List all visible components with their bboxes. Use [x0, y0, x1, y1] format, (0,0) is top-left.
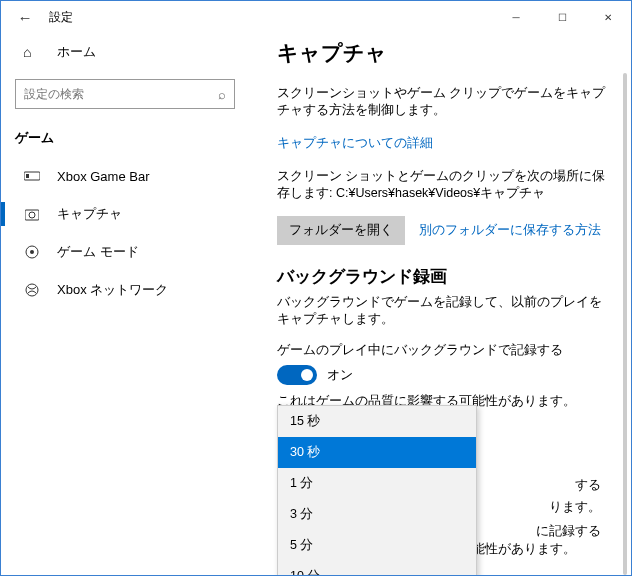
game-bar-icon	[23, 170, 41, 182]
svg-point-3	[29, 212, 35, 218]
nav-label: Xbox ネットワーク	[57, 281, 168, 299]
window-title: 設定	[49, 9, 73, 26]
nav-home[interactable]: ⌂ ホーム	[1, 33, 249, 71]
learn-more-link[interactable]: キャプチャについての詳細	[277, 136, 433, 150]
xbox-icon	[23, 283, 41, 297]
search-input[interactable]	[24, 87, 218, 101]
bg-toggle-label: ゲームのプレイ中にバックグラウンドで記録する	[277, 342, 607, 359]
home-icon: ⌂	[23, 44, 41, 60]
nav-xbox-network[interactable]: Xbox ネットワーク	[1, 271, 249, 309]
search-icon: ⌕	[218, 87, 226, 102]
duration-dropdown[interactable]: 15 秒 30 秒 1 分 3 分 5 分 10 分	[277, 405, 477, 575]
game-mode-icon	[23, 245, 41, 259]
obscured-text: する	[575, 477, 601, 494]
dropdown-option[interactable]: 30 秒	[278, 437, 476, 468]
svg-point-5	[30, 250, 34, 254]
nav-home-label: ホーム	[57, 43, 96, 61]
svg-rect-1	[26, 174, 29, 178]
obscured-text: に記録する	[536, 523, 601, 540]
nav-label: ゲーム モード	[57, 243, 139, 261]
page-heading: キャプチャ	[277, 39, 607, 67]
svg-point-6	[26, 284, 38, 296]
dropdown-option[interactable]: 5 分	[278, 530, 476, 561]
obscured-text: ります。	[549, 499, 601, 516]
bg-heading: バックグラウンド録画	[277, 265, 607, 288]
sidebar: ⌂ ホーム ⌕ ゲーム Xbox Game Bar キャプチャ ゲーム モード …	[1, 33, 249, 575]
save-other-link[interactable]: 別のフォルダーに保存する方法	[419, 222, 601, 239]
dropdown-option[interactable]: 10 分	[278, 561, 476, 575]
dropdown-option[interactable]: 1 分	[278, 468, 476, 499]
scrollbar[interactable]	[623, 73, 627, 575]
toggle-state: オン	[327, 367, 353, 384]
minimize-button[interactable]: ─	[493, 1, 539, 33]
nav-captures[interactable]: キャプチャ	[1, 195, 249, 233]
nav-game-mode[interactable]: ゲーム モード	[1, 233, 249, 271]
nav-label: キャプチャ	[57, 205, 122, 223]
dropdown-option[interactable]: 3 分	[278, 499, 476, 530]
search-box[interactable]: ⌕	[15, 79, 235, 109]
bg-desc: バックグラウンドでゲームを記録して、以前のプレイをキャプチャします。	[277, 294, 607, 328]
intro-text: スクリーンショットやゲーム クリップでゲームをキャプチャする方法を制御します。	[277, 85, 607, 119]
nav-label: Xbox Game Bar	[57, 169, 150, 184]
nav-category: ゲーム	[1, 123, 249, 157]
back-button[interactable]: ←	[11, 3, 39, 31]
save-location-text: スクリーン ショットとゲームのクリップを次の場所に保存します: C:¥Users…	[277, 168, 607, 202]
dropdown-option[interactable]: 15 秒	[278, 406, 476, 437]
capture-icon	[23, 207, 41, 221]
close-button[interactable]: ✕	[585, 1, 631, 33]
bg-toggle[interactable]	[277, 365, 317, 385]
nav-xbox-game-bar[interactable]: Xbox Game Bar	[1, 157, 249, 195]
open-folder-button[interactable]: フォルダーを開く	[277, 216, 405, 245]
maximize-button[interactable]: ☐	[539, 1, 585, 33]
content-pane: キャプチャ スクリーンショットやゲーム クリップでゲームをキャプチャする方法を制…	[249, 33, 631, 575]
